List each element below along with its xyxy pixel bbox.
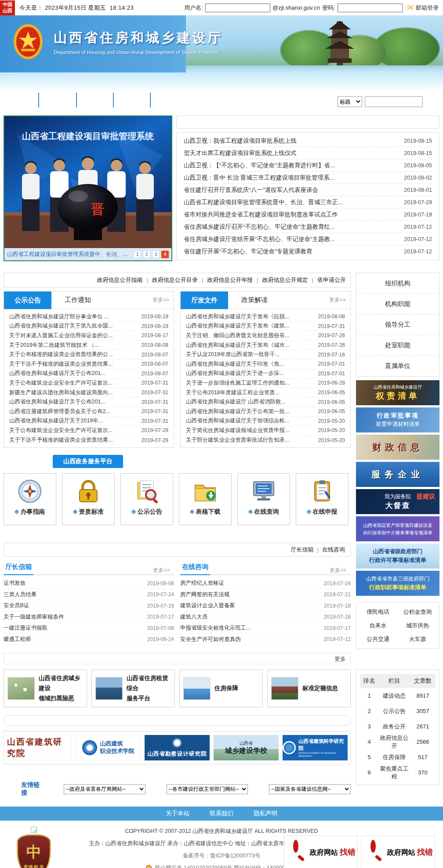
carousel-caption[interactable]: 山西省工程建设项目审批管理系统晋中、长治、晋城三市正式上线开...: [7, 251, 132, 258]
notice-item[interactable]: 关于对未退入晋施工企业信用保证金的公... 2019-08-17: [9, 331, 168, 341]
consult-item[interactable]: 建筑八大员 2019-07-18: [180, 612, 351, 623]
mailbox-item[interactable]: 关于一级建造师审核条件 2019-07-17: [4, 612, 174, 623]
news-item[interactable]: 山西卫视：【“不忘初心、牢记使命”主题教育进行时】省... 2019-08-05: [184, 159, 432, 172]
document-item[interactable]: 关于部分建筑业企业资质审批试行告知承... 2019-05-20: [186, 436, 345, 445]
document-item[interactable]: 关于认定2019年度山西省第一批骨干... 2019-07-16: [186, 350, 345, 360]
document-item[interactable]: 山西省住房和城乡建设厅关于加强综合检... 2019-05-20: [186, 417, 345, 426]
mailbox-item[interactable]: 一建注册证书领取 2019-07-08: [4, 623, 174, 634]
banner-serve-enterprises[interactable]: 服务企业: [356, 462, 439, 487]
consult-item[interactable]: 申报省级安全标准化示范工... 2019-07-17: [180, 623, 351, 634]
partner-urban-construction-school[interactable]: 山西省 城乡建设学校: [214, 735, 279, 760]
mailbox-more-link[interactable]: 更多>>: [153, 567, 170, 574]
gov-info-link[interactable]: 政府信息公开年报: [198, 276, 253, 284]
password-input[interactable]: [338, 4, 403, 12]
notice-item[interactable]: 山西省住房和城乡建设厅关于公布201... 2019-07-31: [9, 397, 168, 407]
tab-director-mailbox[interactable]: 厅长信箱: [4, 563, 33, 575]
partner-building-science-academy[interactable]: 山西省建筑科学研究院SHANXI ACADEMY OF BUILDING RES…: [283, 735, 348, 760]
username-input[interactable]: [205, 4, 270, 12]
partner-building-research-institute[interactable]: 山西省建筑研究院: [7, 735, 72, 760]
pager-button-4-active[interactable]: 4: [161, 251, 169, 258]
notice-item[interactable]: 新疆生产建设兵团住房和城乡建设局面向... 2019-07-31: [9, 388, 168, 398]
footer-nav-link[interactable]: 隐私声明: [254, 810, 277, 818]
ranking-row[interactable]: 3 政务公开 2671: [360, 719, 436, 734]
search-input[interactable]: [365, 96, 423, 107]
news-item[interactable]: 省住房城乡建设厅党组开展“不忘初心、牢记使命”主题教... 2019-07-12: [184, 233, 432, 245]
gov-site-find-error-badge[interactable]: 政府网站 找错: [284, 836, 358, 868]
promo-rental-platform[interactable]: 山西省住房租赁综合服务平台: [91, 670, 175, 707]
promo-standard-quota[interactable]: 标准定额信息: [267, 670, 351, 707]
news-item[interactable]: 山西卫视：晋中 长治 晋城三市工程建设项目审批管理系... 2019-08-02: [184, 172, 432, 184]
pager-button-1[interactable]: 1: [134, 251, 141, 258]
banner-intermediary-services-list[interactable]: 山西省固定资产投资项目建设涉及的行政审批中介服务事项专项清单: [356, 516, 439, 541]
mailbox-link[interactable]: 厅长信箱: [291, 546, 314, 554]
document-item[interactable]: 山西省住房和城乡建设厅关于印发《危... 2019-07-01: [186, 360, 345, 369]
promo-sweep-crime[interactable]: 山西省住房城乡建设领域扫黑除恶: [4, 670, 87, 707]
consult-more-link[interactable]: 更多>>: [330, 567, 346, 574]
pager-button-3[interactable]: 3: [152, 251, 160, 258]
convenience-link[interactable]: 便民电话: [358, 605, 398, 619]
banner-state-council-inspection[interactable]: 我为国务院 大督查 提建议: [356, 489, 439, 514]
notice-item[interactable]: 关于公布建筑业企业安全生产许可证首次... 2019-07-31: [9, 378, 168, 388]
more-link[interactable]: 更多: [334, 656, 346, 662]
documents-more-link[interactable]: 更多>>: [329, 296, 346, 304]
news-item[interactable]: 山西卫视：我省工程建设项目审批系统上线 2019-08-15: [184, 135, 432, 147]
banner-power-list[interactable]: 山西省住房和城乡建设厅 权责清单: [356, 380, 439, 405]
notice-item[interactable]: 关于2019年第二批建筑节能技术 （... 2019-08-08: [9, 341, 168, 350]
service-box-guide[interactable]: 办事指南: [4, 473, 56, 525]
gov-info-link[interactable]: 政府信息公开规定: [253, 276, 308, 284]
tab-work-notice[interactable]: 工作通知: [65, 296, 91, 304]
friend-select-city-authorities[interactable]: --各市建设行政主管部门网站--: [167, 784, 248, 794]
notice-item[interactable]: 山西省住房和城乡建设厅关于2019年... 2019-07-31: [9, 417, 168, 426]
service-box-declare[interactable]: 在线申报: [296, 473, 349, 525]
notice-item[interactable]: 关于公布核准的建设类企业资质结果的公... 2019-08-07: [9, 350, 168, 360]
banner-three-level-authority-list[interactable]: 山西省省市县三级政府部门 行政职权事项标准清单: [356, 571, 439, 596]
friend-select-national-sites[interactable]: --国家及各省建设信息网--: [269, 784, 351, 794]
gov-info-link[interactable]: 政府信息公开目录: [142, 276, 197, 284]
service-box-inquiry[interactable]: 在线查询: [237, 473, 290, 525]
sidebar-menu-item[interactable]: 领导分工: [356, 314, 439, 335]
document-item[interactable]: 山西省住房和城乡建设厅 山西省消防救... 2019-06-05: [186, 397, 345, 407]
banner-fiscal-info[interactable]: 财政信息: [356, 435, 439, 460]
service-box-qualification[interactable]: 资质标准: [62, 473, 115, 525]
ranking-row[interactable]: 2 公示公告 3057: [360, 703, 436, 719]
news-item[interactable]: 省市对接共同推进全省工程建设项目审批制度改革试点工作 2019-07-19: [184, 209, 432, 221]
photo-carousel[interactable]: 山西省工程建设项目审批管理系统 晋 山西省工程建设项目审批管理系统晋中、长治、晋…: [4, 115, 172, 261]
sidebar-menu-item[interactable]: 直属单位: [356, 356, 439, 376]
footer-nav-link[interactable]: 联系我们: [210, 810, 233, 818]
convenience-link[interactable]: 火车票: [398, 632, 437, 646]
news-item[interactable]: 省住建厅召开厅直系统庆“八一”退役军人代表座谈会 2019-08-01: [184, 184, 432, 196]
notice-item[interactable]: 关于公布建筑业企业安全生产许可证首次... 2019-07-29: [9, 426, 168, 436]
footer-nav-link[interactable]: 关于本站: [166, 810, 189, 818]
document-item[interactable]: 山西省住房和城乡建设厅关于公布第一批... 2019-06-05: [186, 407, 345, 417]
tab-policy-interpretation[interactable]: 政策解读: [241, 296, 268, 304]
pager-button-2[interactable]: 2: [143, 251, 150, 258]
china-shanxi-stamp-logo[interactable]: 中国 山西: [0, 0, 15, 15]
consult-item[interactable]: 建筑设计企业入晋备案 2019-07-18: [180, 600, 351, 612]
sidebar-menu-item[interactable]: 机构职能: [356, 294, 439, 314]
document-item[interactable]: 山西省住房和城乡建设厅关于发布《城市... 2019-07-26: [186, 341, 345, 350]
news-item[interactable]: 省住房城乡建设厅召开“不忘初心、牢记使命”主题教育红... 2019-07-12: [184, 221, 432, 233]
gov-info-link[interactable]: 政府信息公开指南: [97, 276, 142, 284]
friend-select-gov-depts[interactable]: --政府及省直各厅局网站--: [64, 784, 145, 794]
notice-item[interactable]: 关于下达不予核准的建设类企业资质结果... 2019-08-07: [9, 360, 168, 369]
notices-more-link[interactable]: 更多>>: [153, 296, 169, 304]
partner-architecture-college[interactable]: 山西建筑职业技术学院: [76, 735, 141, 760]
gov-site-find-error-badge[interactable]: 政府网站 找错: [361, 836, 435, 868]
service-box-downloads[interactable]: 表格下载: [179, 473, 232, 525]
ranking-row[interactable]: 4 政府信息公开 2566: [360, 734, 436, 749]
tab-notices-active[interactable]: 公示公告: [4, 292, 51, 309]
mailbox-item[interactable]: 安全员B证 2019-07-19: [4, 600, 174, 612]
notice-item[interactable]: 山西省住房和城乡建设厅关于公布201... 2019-08-07: [9, 369, 168, 379]
tab-dept-documents-active[interactable]: 厅发文件: [181, 292, 228, 309]
document-item[interactable]: 关于注销、撤回山西唐晋文化创意股份有... 2019-07-26: [186, 331, 345, 341]
ranking-row[interactable]: 5 住房保障 517: [360, 749, 436, 765]
consult-item[interactable]: 房产经纪人资格证 2019-07-24: [180, 578, 351, 589]
partner-survey-design-institute[interactable]: 山西省勘察设计研究院: [145, 735, 210, 760]
document-item[interactable]: 关于进一步加强绿色施工监理工作的通知... 2019-06-28: [186, 378, 345, 388]
convenience-link[interactable]: 城市供热: [398, 619, 437, 632]
mailbox-item[interactable]: 暖通工程师 2019-06-24: [4, 634, 174, 645]
document-item[interactable]: 关于简化住房城乡建设领域企业资质申报... 2019-05-20: [186, 426, 345, 436]
mail-login-link[interactable]: 邮箱登录: [416, 4, 439, 12]
mailbox-item[interactable]: 证书发放 2019-08-06: [4, 578, 174, 589]
notice-item[interactable]: 山西省住房和城乡建设厅关于第九批全国... 2019-08-19: [9, 322, 168, 331]
